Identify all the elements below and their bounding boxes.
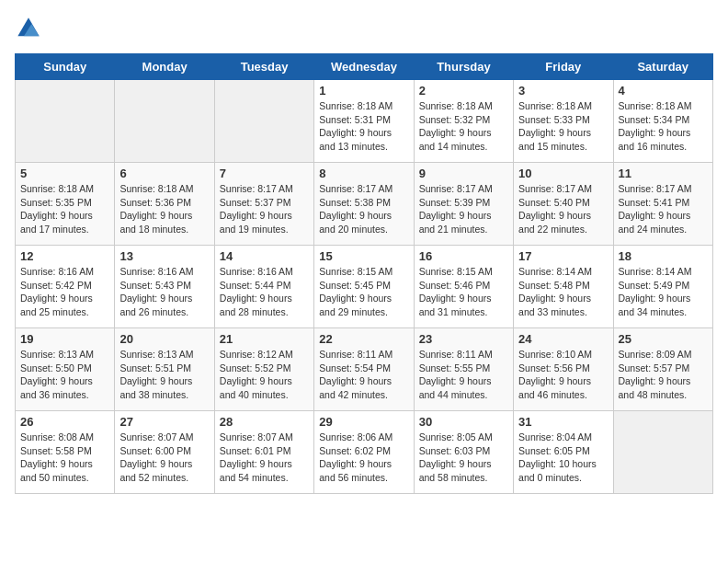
- calendar-week-row: 26Sunrise: 8:08 AM Sunset: 5:58 PM Dayli…: [16, 411, 713, 494]
- day-number: 10: [518, 167, 608, 180]
- day-number: 19: [20, 332, 109, 346]
- day-info: Sunrise: 8:10 AM Sunset: 5:56 PM Dayligh…: [518, 348, 608, 402]
- day-number: 12: [20, 249, 109, 263]
- day-info: Sunrise: 8:17 AM Sunset: 5:37 PM Dayligh…: [220, 182, 309, 236]
- day-number: 18: [619, 249, 708, 263]
- day-info: Sunrise: 8:15 AM Sunset: 5:46 PM Dayligh…: [419, 265, 508, 319]
- day-number: 4: [619, 84, 708, 98]
- day-info: Sunrise: 8:07 AM Sunset: 6:01 PM Dayligh…: [220, 431, 309, 485]
- day-info: Sunrise: 8:17 AM Sunset: 5:41 PM Dayligh…: [619, 182, 708, 236]
- calendar-table: SundayMondayTuesdayWednesdayThursdayFrid…: [15, 53, 713, 494]
- day-number: 22: [319, 332, 408, 346]
- calendar-day-cell: [214, 80, 313, 163]
- calendar-day-cell: 24Sunrise: 8:10 AM Sunset: 5:56 PM Dayli…: [514, 328, 613, 411]
- calendar-day-cell: 11Sunrise: 8:17 AM Sunset: 5:41 PM Dayli…: [613, 163, 712, 246]
- day-info: Sunrise: 8:17 AM Sunset: 5:39 PM Dayligh…: [419, 182, 508, 236]
- day-info: Sunrise: 8:18 AM Sunset: 5:34 PM Dayligh…: [619, 99, 708, 154]
- day-number: 8: [319, 167, 408, 180]
- day-info: Sunrise: 8:14 AM Sunset: 5:48 PM Dayligh…: [518, 265, 608, 319]
- calendar-day-cell: [115, 80, 214, 163]
- calendar-day-cell: 9Sunrise: 8:17 AM Sunset: 5:39 PM Daylig…: [414, 163, 513, 246]
- calendar-day-cell: 4Sunrise: 8:18 AM Sunset: 5:34 PM Daylig…: [613, 80, 712, 163]
- day-number: 6: [119, 167, 209, 180]
- calendar-header: [15, 15, 713, 42]
- day-number: 13: [119, 249, 209, 263]
- day-info: Sunrise: 8:11 AM Sunset: 5:54 PM Dayligh…: [319, 348, 408, 402]
- day-number: 3: [518, 84, 608, 98]
- day-info: Sunrise: 8:16 AM Sunset: 5:43 PM Dayligh…: [119, 265, 209, 319]
- calendar-week-row: 19Sunrise: 8:13 AM Sunset: 5:50 PM Dayli…: [16, 328, 713, 411]
- day-number: 15: [319, 249, 408, 263]
- day-number: 16: [419, 249, 508, 263]
- weekday-header-sunday: Sunday: [16, 54, 115, 80]
- day-number: 5: [20, 167, 109, 180]
- calendar-week-row: 12Sunrise: 8:16 AM Sunset: 5:42 PM Dayli…: [16, 246, 713, 328]
- day-info: Sunrise: 8:05 AM Sunset: 6:03 PM Dayligh…: [419, 431, 508, 485]
- day-info: Sunrise: 8:16 AM Sunset: 5:44 PM Dayligh…: [220, 265, 309, 319]
- day-info: Sunrise: 8:07 AM Sunset: 6:00 PM Dayligh…: [119, 431, 209, 485]
- day-number: 26: [20, 415, 109, 429]
- day-number: 27: [119, 415, 209, 429]
- day-info: Sunrise: 8:15 AM Sunset: 5:45 PM Dayligh…: [319, 265, 408, 319]
- day-info: Sunrise: 8:18 AM Sunset: 5:32 PM Dayligh…: [419, 99, 508, 154]
- weekday-header-saturday: Saturday: [613, 54, 712, 80]
- calendar-week-row: 1Sunrise: 8:18 AM Sunset: 5:31 PM Daylig…: [16, 80, 713, 163]
- weekday-header-tuesday: Tuesday: [214, 54, 313, 80]
- day-info: Sunrise: 8:18 AM Sunset: 5:33 PM Dayligh…: [518, 99, 608, 154]
- day-number: 28: [220, 415, 309, 429]
- day-info: Sunrise: 8:18 AM Sunset: 5:35 PM Dayligh…: [20, 182, 109, 236]
- day-number: 7: [220, 167, 309, 180]
- calendar-day-cell: 14Sunrise: 8:16 AM Sunset: 5:44 PM Dayli…: [214, 246, 313, 328]
- day-number: 14: [220, 249, 309, 263]
- calendar-header-row: SundayMondayTuesdayWednesdayThursdayFrid…: [16, 54, 713, 80]
- day-info: Sunrise: 8:13 AM Sunset: 5:50 PM Dayligh…: [20, 348, 109, 402]
- day-info: Sunrise: 8:04 AM Sunset: 6:05 PM Dayligh…: [518, 431, 608, 485]
- calendar-day-cell: 5Sunrise: 8:18 AM Sunset: 5:35 PM Daylig…: [16, 163, 115, 246]
- calendar-day-cell: 10Sunrise: 8:17 AM Sunset: 5:40 PM Dayli…: [514, 163, 613, 246]
- weekday-header-thursday: Thursday: [414, 54, 513, 80]
- calendar-day-cell: 8Sunrise: 8:17 AM Sunset: 5:38 PM Daylig…: [314, 163, 414, 246]
- calendar-day-cell: 18Sunrise: 8:14 AM Sunset: 5:49 PM Dayli…: [613, 246, 712, 328]
- day-number: 25: [619, 332, 708, 346]
- calendar-day-cell: 31Sunrise: 8:04 AM Sunset: 6:05 PM Dayli…: [514, 411, 613, 494]
- calendar-day-cell: [613, 411, 712, 494]
- day-info: Sunrise: 8:17 AM Sunset: 5:40 PM Dayligh…: [518, 182, 608, 236]
- calendar-day-cell: 27Sunrise: 8:07 AM Sunset: 6:00 PM Dayli…: [115, 411, 214, 494]
- calendar-day-cell: 17Sunrise: 8:14 AM Sunset: 5:48 PM Dayli…: [514, 246, 613, 328]
- day-number: 31: [518, 415, 608, 429]
- day-info: Sunrise: 8:16 AM Sunset: 5:42 PM Dayligh…: [20, 265, 109, 319]
- day-number: 23: [419, 332, 508, 346]
- weekday-header-monday: Monday: [115, 54, 214, 80]
- day-number: 21: [220, 332, 309, 346]
- day-number: 29: [319, 415, 408, 429]
- calendar-day-cell: 12Sunrise: 8:16 AM Sunset: 5:42 PM Dayli…: [16, 246, 115, 328]
- day-info: Sunrise: 8:06 AM Sunset: 6:02 PM Dayligh…: [319, 431, 408, 485]
- calendar-day-cell: 13Sunrise: 8:16 AM Sunset: 5:43 PM Dayli…: [115, 246, 214, 328]
- calendar-day-cell: 22Sunrise: 8:11 AM Sunset: 5:54 PM Dayli…: [314, 328, 414, 411]
- calendar-day-cell: 30Sunrise: 8:05 AM Sunset: 6:03 PM Dayli…: [414, 411, 513, 494]
- day-info: Sunrise: 8:17 AM Sunset: 5:38 PM Dayligh…: [319, 182, 408, 236]
- calendar-day-cell: 2Sunrise: 8:18 AM Sunset: 5:32 PM Daylig…: [414, 80, 513, 163]
- day-number: 30: [419, 415, 508, 429]
- calendar-day-cell: 6Sunrise: 8:18 AM Sunset: 5:36 PM Daylig…: [115, 163, 214, 246]
- day-number: 24: [518, 332, 608, 346]
- logo-icon: [15, 15, 42, 42]
- day-number: 20: [119, 332, 209, 346]
- calendar-day-cell: 26Sunrise: 8:08 AM Sunset: 5:58 PM Dayli…: [16, 411, 115, 494]
- calendar-day-cell: 16Sunrise: 8:15 AM Sunset: 5:46 PM Dayli…: [414, 246, 513, 328]
- day-number: 11: [619, 167, 708, 180]
- calendar-day-cell: 15Sunrise: 8:15 AM Sunset: 5:45 PM Dayli…: [314, 246, 414, 328]
- weekday-header-friday: Friday: [514, 54, 613, 80]
- calendar-day-cell: 1Sunrise: 8:18 AM Sunset: 5:31 PM Daylig…: [314, 80, 414, 163]
- day-number: 1: [319, 84, 408, 98]
- day-info: Sunrise: 8:11 AM Sunset: 5:55 PM Dayligh…: [419, 348, 508, 402]
- calendar-day-cell: 29Sunrise: 8:06 AM Sunset: 6:02 PM Dayli…: [314, 411, 414, 494]
- calendar-day-cell: 25Sunrise: 8:09 AM Sunset: 5:57 PM Dayli…: [613, 328, 712, 411]
- calendar-day-cell: 19Sunrise: 8:13 AM Sunset: 5:50 PM Dayli…: [16, 328, 115, 411]
- day-number: 2: [419, 84, 508, 98]
- weekday-header-wednesday: Wednesday: [314, 54, 414, 80]
- calendar-day-cell: 28Sunrise: 8:07 AM Sunset: 6:01 PM Dayli…: [214, 411, 313, 494]
- day-info: Sunrise: 8:12 AM Sunset: 5:52 PM Dayligh…: [220, 348, 309, 402]
- day-info: Sunrise: 8:09 AM Sunset: 5:57 PM Dayligh…: [619, 348, 708, 402]
- day-info: Sunrise: 8:18 AM Sunset: 5:36 PM Dayligh…: [119, 182, 209, 236]
